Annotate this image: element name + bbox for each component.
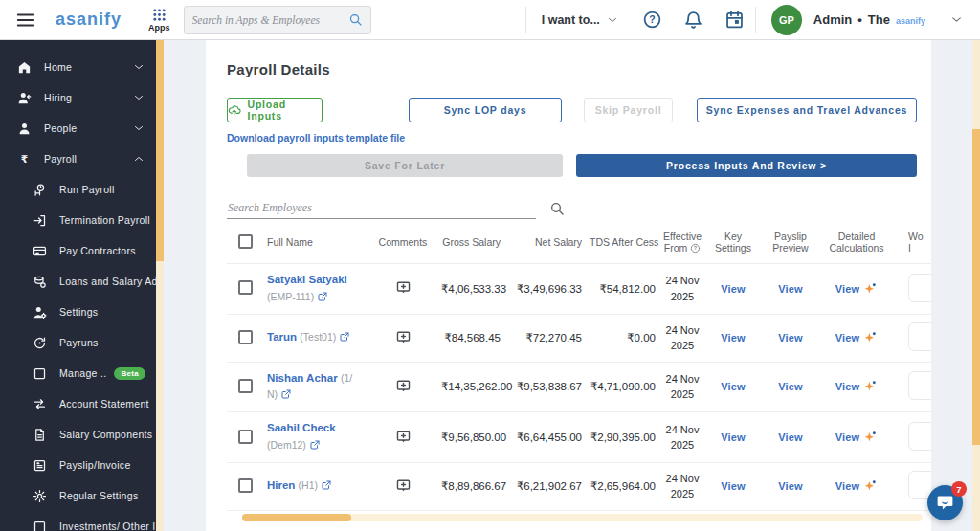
payruns-icon xyxy=(33,336,47,350)
employee-search-input[interactable] xyxy=(227,198,536,219)
add-comment-icon[interactable] xyxy=(395,279,412,296)
sidebar-item-pay-contractors[interactable]: Pay Contractors xyxy=(0,235,156,266)
sidebar-scrollbar[interactable] xyxy=(156,40,164,531)
sync-expenses-button[interactable]: Sync Expenses and Travel Advances xyxy=(697,98,917,122)
working-days-input[interactable] xyxy=(908,371,931,400)
employee-name-link[interactable]: Hiren xyxy=(267,479,295,491)
sidebar-item-settings[interactable]: Settings xyxy=(0,297,156,327)
sidebar-item-payruns[interactable]: Payruns xyxy=(0,327,156,358)
effective-from-value: 24 Nov 2025 xyxy=(659,362,705,412)
row-checkbox[interactable] xyxy=(238,478,253,493)
top-header: asanify Apps I want to... ? GP Admin • T… xyxy=(0,0,980,40)
select-all-checkbox[interactable] xyxy=(238,234,253,249)
sidebar-item-termination-payroll[interactable]: Termination Payroll xyxy=(0,205,156,235)
detailed-calculations-view-link[interactable]: View xyxy=(835,431,860,443)
menu-icon[interactable] xyxy=(15,10,36,31)
external-link-icon[interactable] xyxy=(321,479,332,491)
i-want-to-dropdown[interactable]: I want to... xyxy=(526,13,632,27)
payslip-preview-view-link[interactable]: View xyxy=(778,332,803,343)
sidebar-item-hiring[interactable]: Hiring xyxy=(0,82,156,113)
working-days-input[interactable] xyxy=(908,274,931,302)
payslip-preview-view-link[interactable]: View xyxy=(778,381,803,392)
global-search-input[interactable] xyxy=(192,14,348,26)
table-horizontal-scrollbar[interactable] xyxy=(242,514,923,521)
sidebar-chevron-icon xyxy=(133,92,145,103)
apps-launcher[interactable]: Apps xyxy=(148,8,170,33)
external-link-icon[interactable] xyxy=(317,291,328,302)
user-avatar[interactable]: GP xyxy=(771,5,802,35)
select-all-checkbox-cell[interactable] xyxy=(227,221,263,264)
sidebar-item-salary-components[interactable]: Salary Components xyxy=(0,419,156,450)
key-settings-view-link[interactable]: View xyxy=(721,332,746,343)
payslip-preview-view-link[interactable]: View xyxy=(778,480,803,492)
payslip-preview-view-link[interactable]: View xyxy=(778,283,803,295)
employee-name-link[interactable]: Satyaki Satyaki xyxy=(267,274,347,285)
detailed-calculations-view-link[interactable]: View xyxy=(835,332,860,343)
notifications-bell-icon[interactable] xyxy=(683,10,703,30)
main-area: Payroll Details Upload Inputs Sync LOP d… xyxy=(164,40,972,531)
sidebar-scrollbar-thumb[interactable] xyxy=(156,40,164,261)
row-checkbox[interactable] xyxy=(238,379,253,393)
sidebar-item-investments-other-i[interactable]: Investments/ Other I... xyxy=(0,511,156,531)
app-logo[interactable]: asanify xyxy=(56,10,122,30)
working-days-input[interactable] xyxy=(908,422,931,451)
key-settings-view-link[interactable]: View xyxy=(721,431,746,443)
calendar-icon[interactable] xyxy=(724,10,745,30)
svg-text:₹: ₹ xyxy=(21,152,29,164)
sidebar-item-payslip-invoice[interactable]: Payslip/Invoice xyxy=(0,450,156,480)
sidebar-item-payroll[interactable]: ₹ Payroll xyxy=(0,144,156,174)
tds-value: ₹0.00 xyxy=(586,314,659,362)
sidebar-item-people[interactable]: People xyxy=(0,113,156,144)
employee-name-link[interactable]: Nishan Achar xyxy=(267,372,338,384)
gross-salary-value: ₹9,56,850.00 xyxy=(437,412,504,463)
process-inputs-button[interactable]: Process Inputs And Review > xyxy=(576,154,917,177)
sidebar-item-manage[interactable]: Manage .. Beta xyxy=(0,358,156,388)
add-comment-icon[interactable] xyxy=(395,477,412,494)
external-link-icon[interactable] xyxy=(309,439,321,451)
gross-salary-value: ₹14,35,262.00 xyxy=(437,362,504,412)
search-icon[interactable] xyxy=(348,12,363,27)
employee-name-link[interactable]: Saahil Check xyxy=(267,422,336,433)
key-settings-view-link[interactable]: View xyxy=(721,480,746,492)
square-icon xyxy=(33,366,47,381)
detailed-calculations-view-link[interactable]: View xyxy=(835,480,860,492)
account-chevron-down-icon[interactable] xyxy=(950,13,963,26)
working-days-input[interactable] xyxy=(908,322,931,351)
sidebar-item-label: Investments/ Other I... xyxy=(59,520,156,531)
sidebar-item-regular-settings[interactable]: Regular Settings xyxy=(0,480,156,511)
add-comment-icon[interactable] xyxy=(395,329,412,345)
chat-launcher[interactable]: 7 xyxy=(927,485,963,520)
column-help-icon[interactable]: ? xyxy=(690,243,701,254)
row-checkbox[interactable] xyxy=(238,430,253,444)
main-scrollbar-thumb[interactable] xyxy=(972,129,980,445)
page-title: Payroll Details xyxy=(227,61,917,77)
global-search[interactable] xyxy=(184,6,371,34)
row-checkbox[interactable] xyxy=(238,330,253,344)
sidebar-item-run-payroll[interactable]: Run Payroll xyxy=(0,174,156,205)
sidebar-item-account-statement[interactable]: Account Statement xyxy=(0,388,156,419)
account-menu[interactable]: Admin • The asanify xyxy=(813,12,925,27)
detailed-calculations-view-link[interactable]: View xyxy=(835,283,860,295)
sidebar-item-loans-and-salary-ad[interactable]: Loans and Salary Ad.. xyxy=(0,266,156,297)
add-comment-icon[interactable] xyxy=(395,378,412,394)
sidebar-item-label: Pay Contractors xyxy=(59,245,136,256)
payslip-preview-view-link[interactable]: View xyxy=(778,431,803,443)
sidebar-item-label: Hiring xyxy=(44,92,72,103)
detailed-calculations-view-link[interactable]: View xyxy=(835,381,860,392)
add-comment-icon[interactable] xyxy=(395,429,412,445)
download-template-link[interactable]: Download payroll inputs template file xyxy=(227,132,405,144)
sync-lop-days-button[interactable]: Sync LOP days xyxy=(409,98,562,122)
external-link-icon[interactable] xyxy=(339,331,350,343)
employee-name-link[interactable]: Tarun xyxy=(267,331,297,343)
row-checkbox[interactable] xyxy=(238,280,253,295)
external-link-icon[interactable] xyxy=(280,388,292,400)
key-settings-view-link[interactable]: View xyxy=(721,283,746,295)
table-horizontal-scrollbar-thumb[interactable] xyxy=(242,514,351,521)
main-scrollbar[interactable] xyxy=(972,40,980,531)
sidebar-item-home[interactable]: Home xyxy=(0,52,156,82)
employee-search-icon[interactable] xyxy=(549,201,565,216)
help-icon[interactable]: ? xyxy=(642,10,662,30)
key-settings-view-link[interactable]: View xyxy=(721,381,746,392)
svg-text:?: ? xyxy=(649,13,655,25)
upload-inputs-button[interactable]: Upload Inputs xyxy=(227,98,323,122)
